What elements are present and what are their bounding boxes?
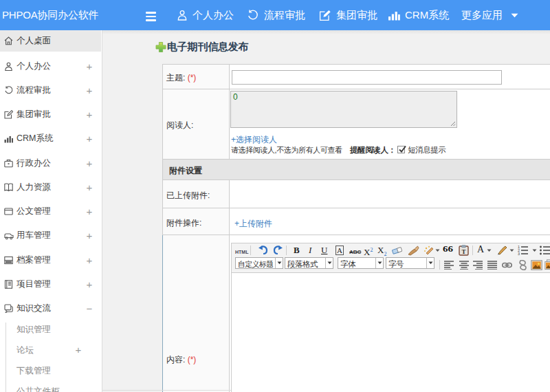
svg-text:3: 3 xyxy=(518,252,520,255)
svg-text:T: T xyxy=(461,248,465,255)
